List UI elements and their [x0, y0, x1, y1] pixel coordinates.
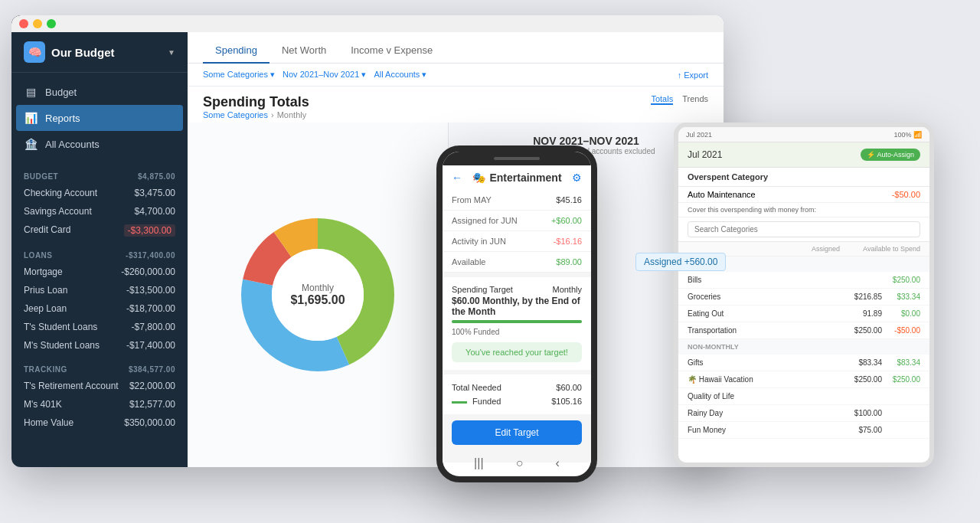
account-jeep-amount: -$18,700.00 [126, 303, 175, 314]
overspent-title: Overspent Category [688, 172, 768, 181]
cat-hawaii-name: 🌴 Hawaii Vacation [688, 375, 854, 384]
tabs-bar: Spending Net Worth Income v Expense [188, 32, 724, 64]
phone-progress-label: 100% Funded [452, 328, 582, 336]
tablet-cat-groceries[interactable]: Groceries $216.85 $33.34 [678, 289, 929, 306]
tablet-battery: 100% 📶 [893, 131, 922, 139]
account-mortgage-name: Mortgage [24, 266, 63, 277]
spending-title-block: Spending Totals Some Categories › Monthl… [203, 94, 309, 119]
phone-activity-label: Activity in JUN [452, 237, 506, 246]
sidebar-item-budget[interactable]: ▤ Budget [11, 79, 188, 105]
phone-available-value: $89.00 [556, 257, 582, 266]
tablet-auto-assign-button[interactable]: ⚡ Auto-Assign [861, 149, 920, 161]
phone-row-assigned: Assigned for JUN +$60.00 [443, 211, 591, 231]
tablet-search-input[interactable] [688, 221, 920, 237]
phone-total-needed: Total Needed $60.00 [452, 381, 582, 394]
app-title: Our Budget [51, 46, 115, 59]
account-401k[interactable]: M's 401K $12,577.00 [24, 395, 175, 413]
maximize-button[interactable] [47, 19, 56, 28]
breadcrumb-sub: Monthly [277, 110, 307, 119]
cat-hawaii-assigned: $250.00 [854, 375, 882, 384]
tablet-month: Jul 2021 [686, 131, 712, 139]
filter-categories[interactable]: Some Categories ▾ [203, 70, 275, 80]
account-cc-name: Credit Card [24, 224, 70, 237]
cover-text: Cover this overspending with money from: [678, 203, 929, 217]
phone-title-block: 🎭 Entertainment [472, 172, 561, 184]
cat-transport-available: -$50.00 [882, 326, 920, 335]
tablet-cat-hawaii[interactable]: 🌴 Hawaii Vacation $250.00 $250.00 [678, 371, 929, 388]
phone-bottom-bar: ||| ○ ‹ [443, 456, 591, 463]
section-budget-header[interactable]: BUDGET $4,875.00 [24, 168, 175, 184]
tab-spending[interactable]: Spending [203, 38, 270, 64]
section-loans-header[interactable]: LOANS -$317,400.00 [24, 247, 175, 263]
filter-accounts[interactable]: All Accounts ▾ [374, 70, 426, 80]
phone-device: ← 🎭 Entertainment ⚙ From MAY $45.16 Assi… [436, 145, 597, 482]
account-checking[interactable]: Checking Account $3,475.00 [24, 184, 175, 202]
tablet-cat-transportation[interactable]: Transportation $250.00 -$50.00 [678, 322, 929, 339]
account-savings-amount: $4,700.00 [135, 206, 175, 217]
sidebar-section-budget: BUDGET $4,875.00 Checking Account $3,475… [11, 163, 188, 242]
account-home[interactable]: Home Value $350,000.00 [24, 413, 175, 432]
section-tracking-label: TRACKING [24, 365, 67, 374]
donut-amount: $1,695.00 [290, 293, 345, 307]
phone-progress-fill [452, 320, 582, 323]
phone-settings-icon[interactable]: ⚙ [572, 172, 582, 184]
cat-transport-name: Transportation [688, 326, 854, 335]
minimize-button[interactable] [33, 19, 42, 28]
cat-gifts-name: Gifts [688, 358, 858, 367]
overspent-category-row[interactable]: Auto Maintenance -$50.00 [678, 187, 929, 203]
phone-header: ← 🎭 Entertainment ⚙ [443, 165, 591, 190]
cat-groceries-assigned: $216.85 [854, 293, 882, 301]
sidebar-item-reports[interactable]: 📊 Reports [16, 105, 183, 131]
cat-eating-available: $0.00 [882, 309, 920, 318]
cat-eating-name: Eating Out [688, 309, 863, 318]
toggle-totals[interactable]: Totals [651, 94, 673, 105]
account-retirement[interactable]: T's Retirement Account $22,000.00 [24, 377, 175, 395]
phone-target-header: Spending Target Monthly [452, 285, 582, 294]
phone-target-period: Monthly [552, 285, 582, 294]
phone-target-amount: $60.00 Monthly, by the End of the Month [452, 296, 582, 317]
phone-totals: Total Needed $60.00 Funded $105.16 [443, 374, 591, 414]
account-mortgage[interactable]: Mortgage -$260,000.00 [24, 263, 175, 281]
account-credit-card[interactable]: Credit Card -$3,300.00 [24, 221, 175, 240]
phone-home-gesture: ||| [474, 456, 483, 463]
account-prius-amount: -$13,500.00 [126, 285, 175, 296]
sidebar-section-tracking: TRACKING $384,577.00 T's Retirement Acco… [11, 356, 188, 433]
toggle-trends[interactable]: Trends [682, 94, 708, 105]
tablet-cat-eating-out[interactable]: Eating Out 91.89 $0.00 [678, 306, 929, 322]
tablet-cat-fun[interactable]: Fun Money $75.00 [678, 422, 929, 439]
sidebar-header: 🧠 Our Budget ▼ [11, 32, 188, 73]
tab-income[interactable]: Income v Expense [338, 38, 445, 64]
tablet-search [678, 217, 929, 242]
account-ms-loans-amount: -$17,400.00 [126, 340, 175, 351]
tab-networth[interactable]: Net Worth [270, 38, 338, 64]
assigned-badge: Assigned +560.00 [635, 253, 726, 271]
phone-back-button[interactable]: ← [452, 172, 462, 184]
tablet-cat-rainy[interactable]: Rainy Day $100.00 [678, 405, 929, 422]
section-tracking-header[interactable]: TRACKING $384,577.00 [24, 361, 175, 377]
tablet-cat-bills[interactable]: Bills $250.00 [678, 272, 929, 289]
tablet-header: Jul 2021 ⚡ Auto-Assign [678, 142, 929, 168]
account-ts-loans[interactable]: T's Student Loans -$7,800.00 [24, 318, 175, 336]
overspent-cat-amount: -$50.00 [892, 190, 920, 199]
breadcrumb-link[interactable]: Some Categories [203, 110, 268, 119]
account-prius[interactable]: Prius Loan -$13,500.00 [24, 281, 175, 299]
account-jeep[interactable]: Jeep Loan -$18,700.00 [24, 299, 175, 318]
phone-needed-label: Total Needed [452, 383, 501, 392]
account-ms-loans[interactable]: M's Student Loans -$17,400.00 [24, 336, 175, 355]
phone-activity-value: -$16.16 [554, 237, 582, 246]
sidebar-toggle-icon[interactable]: ▼ [168, 48, 175, 57]
account-home-name: Home Value [24, 417, 74, 428]
export-button[interactable]: ↑ Export [678, 70, 708, 80]
filter-date[interactable]: Nov 2021–Nov 2021 ▾ [283, 70, 366, 80]
tablet-cat-quality[interactable]: Quality of Life [678, 388, 929, 405]
donut-center: Monthly $1,695.00 [290, 283, 345, 307]
account-savings[interactable]: Savings Account $4,700.00 [24, 202, 175, 221]
phone-row-activity: Activity in JUN -$16.16 [443, 231, 591, 252]
app-logo[interactable]: 🧠 Our Budget [24, 41, 115, 63]
sidebar-reports-label: Reports [45, 113, 80, 124]
phone-edit-target-button[interactable]: Edit Target [452, 420, 582, 445]
close-button[interactable] [19, 19, 28, 28]
tablet-category-list: Frequent Bills $250.00 Groceries $216.85… [678, 257, 929, 439]
tablet-cat-gifts[interactable]: Gifts $83.34 $83.34 [678, 355, 929, 371]
sidebar-item-accounts[interactable]: 🏦 All Accounts [11, 131, 188, 157]
